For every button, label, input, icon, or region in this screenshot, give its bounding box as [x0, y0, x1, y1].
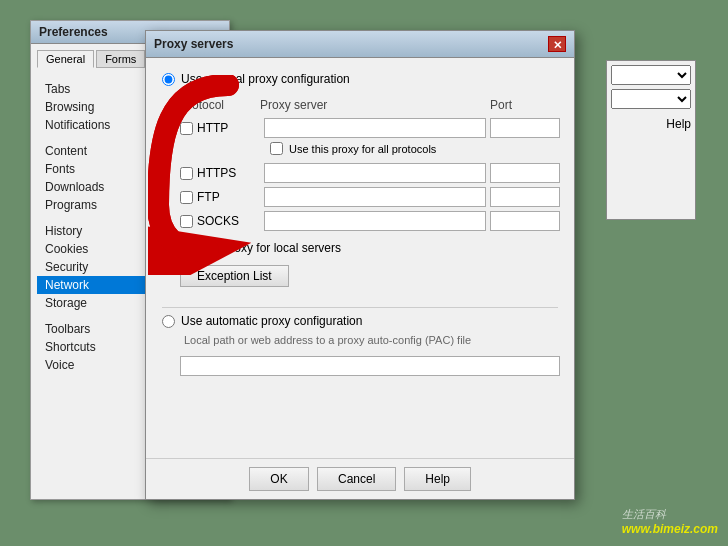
auto-proxy-label: Use automatic proxy configuration: [181, 314, 362, 328]
ftp-server-input[interactable]: [264, 187, 486, 207]
local-proxy-checkbox[interactable]: [180, 242, 193, 255]
manual-proxy-label: Use manual proxy configuration: [181, 72, 350, 86]
ftp-row-label: FTP: [180, 190, 260, 204]
proxy-body: Use manual proxy configuration Protocol …: [146, 58, 574, 390]
socks-checkbox[interactable]: [180, 215, 193, 228]
proxy-footer: OK Cancel Help: [146, 458, 574, 499]
https-protocol-label: HTTPS: [197, 166, 236, 180]
auto-proxy-option: Use automatic proxy configuration: [162, 314, 558, 328]
local-proxy-row: Use proxy for local servers: [180, 241, 558, 255]
https-server-input[interactable]: [264, 163, 486, 183]
tab-forms[interactable]: Forms: [96, 50, 145, 68]
use-all-protocols-row: Use this proxy for all protocols: [270, 142, 570, 155]
right-help-label: Help: [611, 113, 691, 131]
use-all-label: Use this proxy for all protocols: [289, 143, 436, 155]
http-port-input[interactable]: [490, 118, 560, 138]
socks-server-input[interactable]: [264, 211, 486, 231]
watermark-text: 生活百科: [622, 508, 666, 520]
col-protocol: Protocol: [180, 98, 260, 112]
ok-button[interactable]: OK: [249, 467, 309, 491]
cancel-button[interactable]: Cancel: [317, 467, 396, 491]
proxy-dialog: Proxy servers ✕ Use manual proxy configu…: [145, 30, 575, 500]
http-checkbox[interactable]: [180, 122, 193, 135]
col-port: Port: [490, 98, 570, 112]
socks-port-input[interactable]: [490, 211, 560, 231]
proxy-table: Protocol Proxy server Port HTTP Use this…: [180, 96, 570, 231]
right-panel: Help: [606, 60, 696, 220]
help-button[interactable]: Help: [404, 467, 471, 491]
table-row: SOCKS: [180, 211, 570, 231]
right-dropdown-2[interactable]: [611, 89, 691, 109]
proxy-table-header: Protocol Proxy server Port: [180, 96, 570, 114]
ftp-protocol-label: FTP: [197, 190, 220, 204]
ftp-port-input[interactable]: [490, 187, 560, 207]
exception-list-button[interactable]: Exception List: [180, 265, 289, 287]
https-row-label: HTTPS: [180, 166, 260, 180]
manual-proxy-radio[interactable]: [162, 73, 175, 86]
http-row-label: HTTP: [180, 121, 260, 135]
table-row: HTTPS: [180, 163, 570, 183]
proxy-titlebar: Proxy servers ✕: [146, 31, 574, 58]
http-protocol-label: HTTP: [197, 121, 228, 135]
socks-protocol-label: SOCKS: [197, 214, 239, 228]
auto-proxy-url-input[interactable]: [180, 356, 560, 376]
use-all-checkbox[interactable]: [270, 142, 283, 155]
proxy-close-button[interactable]: ✕: [548, 36, 566, 52]
local-proxy-label: Use proxy for local servers: [199, 241, 341, 255]
socks-row-label: SOCKS: [180, 214, 260, 228]
divider: [162, 307, 558, 308]
table-row: HTTP: [180, 118, 570, 138]
ftp-checkbox[interactable]: [180, 191, 193, 204]
http-server-input[interactable]: [264, 118, 486, 138]
col-server: Proxy server: [260, 98, 490, 112]
watermark-site: www.bimeiz.com: [622, 522, 718, 536]
https-checkbox[interactable]: [180, 167, 193, 180]
https-port-input[interactable]: [490, 163, 560, 183]
watermark: 生活百科 www.bimeiz.com: [622, 507, 718, 536]
auto-proxy-hint: Local path or web address to a proxy aut…: [184, 334, 558, 346]
table-row: FTP: [180, 187, 570, 207]
proxy-dialog-title: Proxy servers: [154, 37, 233, 51]
preferences-title: Preferences: [39, 25, 108, 39]
tab-general[interactable]: General: [37, 50, 94, 68]
right-dropdown-1[interactable]: [611, 65, 691, 85]
manual-proxy-option[interactable]: Use manual proxy configuration: [162, 72, 558, 86]
auto-proxy-radio[interactable]: [162, 315, 175, 328]
